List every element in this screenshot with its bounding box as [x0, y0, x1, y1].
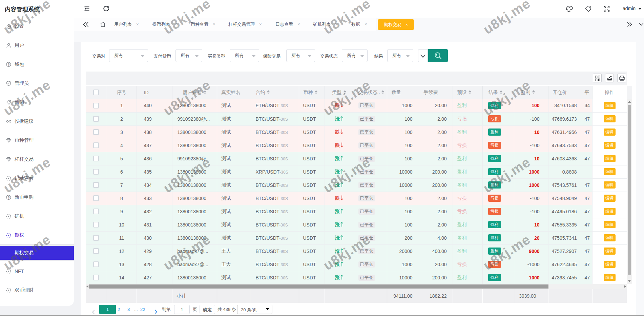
svg-text:$: $: [8, 196, 9, 199]
svg-text:$: $: [8, 63, 9, 66]
